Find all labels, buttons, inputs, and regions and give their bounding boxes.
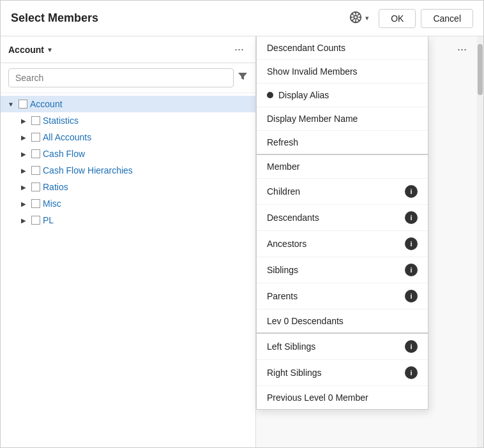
menu-label-display-alias: Display Alias xyxy=(278,90,329,100)
tree-item-cash-flow[interactable]: ▶ Cash Flow xyxy=(1,146,255,162)
tree-label-cash-flow: Cash Flow xyxy=(43,149,85,159)
svg-point-1 xyxy=(354,15,358,19)
tree-item-pl[interactable]: ▶ PL xyxy=(1,212,255,228)
tree-item-account[interactable]: ▼ Account xyxy=(1,96,255,112)
menu-label-refresh: Refresh xyxy=(267,137,298,147)
menu-item-lev0-descendants[interactable]: Lev 0 Descendants xyxy=(257,310,428,334)
info-icon-ancestors[interactable]: i xyxy=(405,237,418,250)
info-icon-parents[interactable]: i xyxy=(405,290,418,302)
cancel-button[interactable]: Cancel xyxy=(421,9,473,28)
menu-item-previous-level0-member[interactable]: Previous Level 0 Member xyxy=(257,386,428,409)
menu-item-right-siblings[interactable]: Right Siblings i xyxy=(257,360,428,386)
filter-icon[interactable] xyxy=(238,71,248,84)
menu-label-member: Member xyxy=(267,161,299,172)
menu-scroll-area[interactable]: Descendant Counts Show Invalid Members D… xyxy=(257,36,428,409)
tree-expand-all-accounts[interactable]: ▶ xyxy=(19,132,29,142)
account-label: Account xyxy=(8,45,44,55)
tree-expand-cash-flow-hierarchies[interactable]: ▶ xyxy=(19,165,29,175)
tree-checkbox-misc[interactable] xyxy=(31,199,40,208)
tree-expand-statistics[interactable]: ▶ xyxy=(19,116,29,126)
tree-checkbox-pl[interactable] xyxy=(31,216,40,225)
info-icon-siblings[interactable]: i xyxy=(405,264,418,276)
account-dropdown-arrow[interactable]: ▾ xyxy=(48,45,52,54)
menu-label-left-siblings: Left Siblings xyxy=(267,341,315,352)
menu-label-descendants: Descendants xyxy=(267,213,319,223)
menu-item-ancestors[interactable]: Ancestors i xyxy=(257,231,428,257)
search-container xyxy=(1,63,255,93)
search-input[interactable] xyxy=(8,68,234,87)
tree-label-pl: PL xyxy=(43,215,54,225)
scrollbar-thumb[interactable] xyxy=(478,44,483,95)
account-ellipsis-button[interactable]: ··· xyxy=(231,41,248,57)
menu-item-parents[interactable]: Parents i xyxy=(257,283,428,310)
right-panel: ··· Descendant Counts Show Invalid Membe… xyxy=(256,36,483,447)
tree-label-account: Account xyxy=(30,99,63,109)
tree-item-ratios[interactable]: ▶ Ratios xyxy=(1,179,255,195)
svg-line-7 xyxy=(358,19,359,21)
select-members-dialog: Select Members xyxy=(0,0,484,448)
tree-checkbox-ratios[interactable] xyxy=(31,183,40,191)
tree-label-cash-flow-hierarchies: Cash Flow Hierarchies xyxy=(43,165,133,175)
info-icon-right-siblings[interactable]: i xyxy=(405,366,418,379)
tree-expand-ratios[interactable]: ▶ xyxy=(19,182,29,192)
menu-item-show-invalid-members[interactable]: Show Invalid Members xyxy=(257,60,428,84)
dropdown-menu: Descendant Counts Show Invalid Members D… xyxy=(256,36,428,410)
dialog-body: Account ▾ ··· ▼ xyxy=(1,36,483,447)
svg-line-6 xyxy=(352,13,354,15)
menu-item-display-member-name[interactable]: Display Member Name xyxy=(257,107,428,131)
scrollbar[interactable] xyxy=(477,36,483,447)
tree-label-statistics: Statistics xyxy=(43,116,79,126)
ok-button[interactable]: OK xyxy=(379,9,416,28)
tree-label-misc: Misc xyxy=(43,198,61,209)
svg-line-9 xyxy=(352,19,354,21)
menu-item-descendant-counts[interactable]: Descendant Counts xyxy=(257,36,428,60)
menu-item-left-siblings[interactable]: Left Siblings i xyxy=(257,334,428,360)
tree-checkbox-cash-flow[interactable] xyxy=(31,149,40,158)
left-panel: Account ▾ ··· ▼ xyxy=(1,36,256,447)
info-icon-children[interactable]: i xyxy=(405,185,418,198)
tree-expand-misc[interactable]: ▶ xyxy=(19,198,29,209)
menu-label-previous-level0-member: Previous Level 0 Member xyxy=(267,392,368,403)
info-icon-left-siblings[interactable]: i xyxy=(405,340,418,353)
menu-label-show-invalid-members: Show Invalid Members xyxy=(267,66,358,77)
tree-item-statistics[interactable]: ▶ Statistics xyxy=(1,112,255,129)
account-toolbar: Account ▾ ··· xyxy=(1,36,255,63)
tree-checkbox-cash-flow-hierarchies[interactable] xyxy=(31,166,40,175)
menu-label-ancestors: Ancestors xyxy=(267,239,306,249)
dialog-title: Select Members xyxy=(11,11,344,25)
tree-expand-pl[interactable]: ▶ xyxy=(19,215,29,225)
tree-expand-account[interactable]: ▼ xyxy=(6,99,16,109)
help-icon-button[interactable]: ▾ xyxy=(344,7,374,29)
tree-expand-cash-flow[interactable]: ▶ xyxy=(19,149,29,159)
menu-label-descendant-counts: Descendant Counts xyxy=(267,43,345,53)
wheel-icon xyxy=(349,10,363,26)
menu-label-lev0-descendants: Lev 0 Descendants xyxy=(267,316,344,326)
menu-item-display-alias[interactable]: Display Alias xyxy=(257,84,428,107)
info-icon-descendants[interactable]: i xyxy=(405,211,418,224)
tree-checkbox-statistics[interactable] xyxy=(31,116,40,125)
tree-label-ratios: Ratios xyxy=(43,182,68,192)
tree-checkbox-account[interactable] xyxy=(19,100,27,108)
dropdown-chevron: ▾ xyxy=(365,14,369,22)
menu-item-siblings[interactable]: Siblings i xyxy=(257,257,428,283)
tree-item-all-accounts[interactable]: ▶ All Accounts xyxy=(1,129,255,146)
tree-item-misc[interactable]: ▶ Misc xyxy=(1,195,255,212)
menu-item-children[interactable]: Children i xyxy=(257,179,428,205)
tree-container: ▼ Account ▶ Statistics ▶ All Accounts xyxy=(1,93,255,447)
selected-indicator-display-alias xyxy=(267,92,273,98)
tree-item-cash-flow-hierarchies[interactable]: ▶ Cash Flow Hierarchies xyxy=(1,162,255,179)
right-ellipsis-button[interactable]: ··· xyxy=(453,41,471,57)
menu-label-children: Children xyxy=(267,186,300,197)
menu-item-descendants[interactable]: Descendants i xyxy=(257,205,428,231)
svg-line-8 xyxy=(358,13,359,15)
tree-checkbox-all-accounts[interactable] xyxy=(31,133,40,142)
header-actions: ▾ OK Cancel xyxy=(344,7,473,29)
menu-label-right-siblings: Right Siblings xyxy=(267,368,322,378)
tree-label-all-accounts: All Accounts xyxy=(43,132,91,142)
menu-item-member[interactable]: Member xyxy=(257,155,428,179)
menu-label-siblings: Siblings xyxy=(267,265,298,275)
menu-label-display-member-name: Display Member Name xyxy=(267,114,358,124)
menu-item-refresh[interactable]: Refresh xyxy=(257,131,428,155)
dialog-header: Select Members xyxy=(1,1,483,36)
menu-label-parents: Parents xyxy=(267,291,298,301)
